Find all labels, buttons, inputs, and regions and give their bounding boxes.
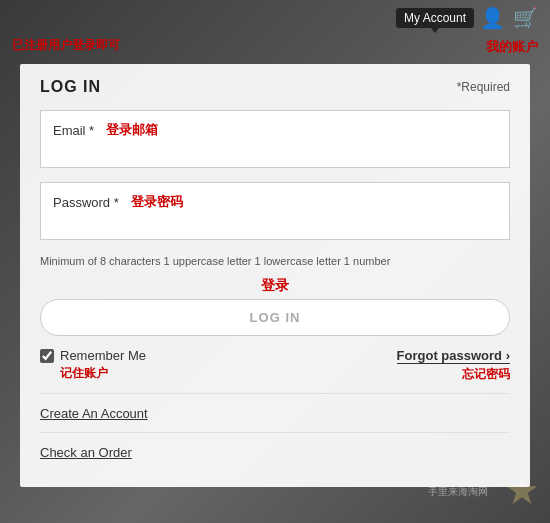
remember-me-label: Remember Me (60, 348, 146, 363)
top-icons: 👤 🛒 (480, 6, 538, 30)
form-header: LOG IN *Required (40, 78, 510, 96)
top-bar: My Account 👤 🛒 (0, 0, 550, 36)
login-annotation: 登录 (40, 277, 510, 295)
remember-left: Remember Me 记住账户 (40, 348, 146, 382)
password-label: Password * (53, 195, 119, 210)
login-form-container: LOG IN *Required Email * 登录邮箱 Password *… (20, 64, 530, 487)
create-account-link[interactable]: Create An Account (40, 406, 148, 421)
required-label: *Required (457, 80, 510, 94)
remember-forgot-row: Remember Me 记住账户 Forgot password › 忘记密码 (40, 348, 510, 383)
annotation-right: 我的账户 (486, 38, 538, 56)
login-button[interactable]: LOG IN (40, 299, 510, 336)
forgot-annotation: 忘记密码 (462, 366, 510, 383)
check-order-row: Check an Order (40, 443, 510, 461)
email-label-row: Email * 登录邮箱 (53, 121, 497, 139)
password-label-row: Password * 登录密码 (53, 193, 497, 211)
email-annotation: 登录邮箱 (106, 121, 158, 139)
cart-icon[interactable]: 🛒 (513, 6, 538, 30)
password-input[interactable] (53, 213, 497, 228)
email-input[interactable] (53, 141, 497, 156)
remember-annotation: 记住账户 (60, 365, 146, 382)
password-annotation: 登录密码 (131, 193, 183, 211)
remember-me-checkbox[interactable] (40, 349, 54, 363)
user-icon[interactable]: 👤 (480, 6, 505, 30)
create-account-row: Create An Account (40, 404, 510, 422)
divider-1 (40, 393, 510, 394)
forgot-password-link[interactable]: Forgot password › (397, 348, 510, 364)
remember-check-row: Remember Me (40, 348, 146, 363)
watermark-text: 手里来海淘网 (428, 485, 488, 499)
my-account-tooltip: My Account (396, 8, 474, 28)
annotation-left: 已注册用户登录即可 (12, 38, 478, 54)
forgot-right: Forgot password › 忘记密码 (397, 348, 510, 383)
check-order-link[interactable]: Check an Order (40, 445, 132, 460)
form-title: LOG IN (40, 78, 101, 96)
password-hint: Minimum of 8 characters 1 uppercase lett… (40, 254, 510, 269)
divider-2 (40, 432, 510, 433)
email-field-group: Email * 登录邮箱 (40, 110, 510, 168)
login-button-area: 登录 LOG IN (40, 277, 510, 336)
email-label: Email * (53, 123, 94, 138)
annotation-area: 已注册用户登录即可 我的账户 (0, 36, 550, 56)
password-field-group: Password * 登录密码 (40, 182, 510, 240)
